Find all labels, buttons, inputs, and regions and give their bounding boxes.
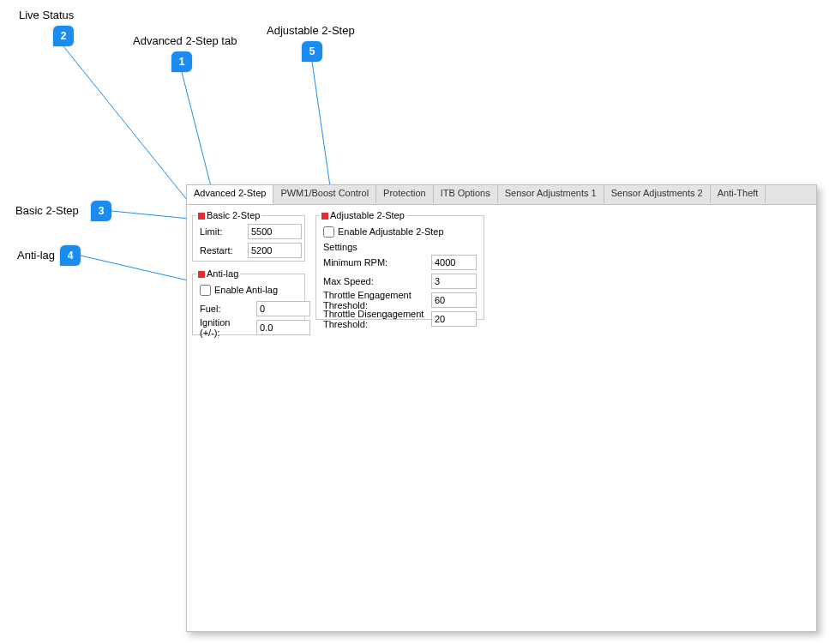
panel-legend-adjustable-2step-text: Adjustable 2-Step (330, 210, 405, 220)
enable-antilag-checkbox[interactable] (200, 285, 211, 296)
callout-label-advanced-2step-tab: Advanced 2-Step tab (133, 34, 237, 47)
tab-sensor-adjustments-1[interactable]: Sensor Adjustments 1 (498, 185, 604, 203)
svg-line-3 (111, 211, 198, 220)
enable-adjustable-2step-checkbox[interactable] (323, 226, 334, 238)
min-rpm-input[interactable] (431, 255, 477, 270)
panel-legend-antilag-text: Anti-lag (207, 268, 238, 279)
tab-protection[interactable]: Protection (376, 185, 434, 203)
callout-label-live-status: Live Status (19, 9, 74, 21)
live-status-icon (198, 271, 205, 278)
panel-adjustable-2step: Adjustable 2-Step Enable Adjustable 2-St… (315, 215, 484, 320)
live-status-icon (198, 213, 205, 220)
callout-badge-2: 2 (53, 26, 74, 46)
callout-badge-3: 3 (91, 201, 111, 221)
ignition-label: Ignition (+/-): (200, 317, 251, 338)
enable-antilag-label: Enable Anti-lag (214, 285, 278, 295)
callout-label-basic-2step: Basic 2-Step (15, 204, 79, 217)
callout-label-adjustable-2step: Adjustable 2-Step (267, 24, 355, 37)
callout-badge-4: 4 (60, 245, 81, 266)
min-rpm-label: Minimum RPM: (323, 257, 426, 268)
callout-badge-1: 1 (171, 51, 192, 72)
ignition-input[interactable] (256, 320, 310, 335)
limit-label: Limit: (200, 226, 243, 237)
max-speed-input[interactable] (431, 274, 477, 289)
live-status-icon (321, 213, 328, 220)
tab-body: Basic 2-Step Limit: Restart: Anti-lag En… (187, 205, 816, 222)
fuel-input[interactable] (256, 301, 310, 316)
tab-anti-theft[interactable]: Anti-Theft (711, 185, 766, 203)
panel-legend-basic-2step-text: Basic 2-Step (207, 210, 260, 220)
settings-subheading: Settings (323, 242, 477, 252)
restart-input[interactable] (248, 243, 302, 258)
panel-legend-basic-2step: Basic 2-Step (196, 210, 261, 220)
throttle-engagement-label: Throttle Engagement Threshold: (323, 290, 426, 310)
throttle-engagement-input[interactable] (431, 292, 477, 308)
panel-legend-adjustable-2step: Adjustable 2-Step (320, 210, 406, 220)
restart-label: Restart: (200, 245, 243, 256)
enable-adjustable-2step-label: Enable Adjustable 2-Step (338, 226, 444, 237)
callout-label-antilag: Anti-lag (17, 249, 55, 262)
svg-line-1 (63, 46, 201, 218)
app-window: Advanced 2-Step PWM1/Boost Control Prote… (186, 184, 817, 632)
svg-line-0 (182, 72, 213, 193)
tab-advanced-2step[interactable]: Advanced 2-Step (187, 185, 273, 204)
tab-itb-options[interactable]: ITB Options (434, 185, 498, 203)
callout-badge-5: 5 (302, 41, 322, 62)
panel-antilag: Anti-lag Enable Anti-lag Fuel: Ignition … (192, 274, 305, 335)
max-speed-label: Max Speed: (323, 276, 426, 286)
throttle-disengagement-label: Throttle Disengagement Threshold: (323, 309, 426, 329)
fuel-label: Fuel: (200, 304, 251, 314)
throttle-disengagement-input[interactable] (431, 311, 477, 327)
tab-sensor-adjustments-2[interactable]: Sensor Adjustments 2 (604, 185, 711, 203)
tab-strip: Advanced 2-Step PWM1/Boost Control Prote… (187, 185, 816, 205)
tab-pwm1-boost-control[interactable]: PWM1/Boost Control (273, 185, 376, 203)
svg-line-4 (81, 256, 199, 283)
panel-legend-antilag: Anti-lag (196, 268, 240, 279)
limit-input[interactable] (248, 224, 302, 239)
panel-basic-2step: Basic 2-Step Limit: Restart: (192, 215, 305, 262)
